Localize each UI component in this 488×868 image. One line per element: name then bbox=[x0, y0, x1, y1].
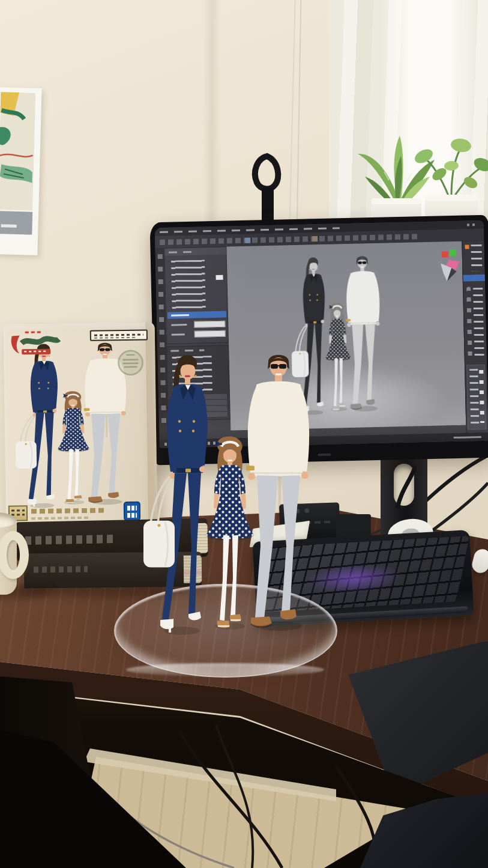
box-blue-logo bbox=[124, 502, 140, 521]
dock-icon-circles bbox=[466, 287, 472, 359]
property-value-box bbox=[216, 275, 223, 280]
app-properties-panel bbox=[164, 247, 229, 344]
app-right-dock bbox=[462, 241, 488, 433]
field-input bbox=[194, 321, 225, 328]
book-spine-title-illegible bbox=[25, 535, 115, 545]
acrylic-disc-rim-highlight bbox=[126, 663, 324, 676]
blue-logo-glyph bbox=[127, 506, 137, 511]
figure-box bbox=[4, 322, 158, 532]
dock-labels-illegible bbox=[473, 288, 484, 357]
plant-leaves bbox=[413, 138, 488, 197]
red-swatch bbox=[442, 251, 448, 257]
selected-row-highlight bbox=[167, 311, 226, 319]
sub-panel-rows-illegible bbox=[469, 369, 479, 424]
dock-rows-illegible bbox=[471, 244, 482, 271]
green-swatch bbox=[450, 249, 456, 256]
wall-poster bbox=[0, 87, 42, 255]
property-rows-illegible bbox=[171, 259, 206, 311]
field-input bbox=[194, 330, 226, 338]
selected-row-text bbox=[171, 314, 189, 317]
poster-caption-bar bbox=[1, 224, 17, 228]
sub-panel-values bbox=[479, 370, 484, 423]
mini-logo-text-illegible bbox=[11, 509, 25, 511]
field-label bbox=[171, 324, 187, 326]
book-spine-title-illegible bbox=[34, 566, 88, 572]
poster-gray-band bbox=[0, 211, 32, 235]
stand-cable bbox=[393, 463, 417, 511]
blue-logo-glyph bbox=[127, 513, 137, 518]
info-label-text-illegible bbox=[94, 334, 143, 336]
field-label bbox=[172, 333, 185, 335]
dock-sub-panel bbox=[466, 365, 486, 430]
panel-header bbox=[164, 247, 226, 256]
nav-gizmo-icon bbox=[437, 257, 463, 285]
toolbar-icon-accent bbox=[312, 236, 318, 241]
status-text-illegible bbox=[454, 436, 481, 439]
under-desk bbox=[0, 658, 488, 868]
info-label-text-illegible bbox=[94, 337, 136, 339]
box-info-label bbox=[90, 329, 148, 341]
panel-title-illegible bbox=[169, 251, 195, 253]
window-controls bbox=[467, 223, 478, 226]
mini-logo-text-illegible bbox=[11, 514, 25, 515]
poster-art bbox=[0, 92, 35, 210]
photo-scene: A cream-walled room with a sheer-curtain… bbox=[0, 0, 488, 868]
dock-selected-row bbox=[463, 275, 486, 282]
toolbar-icon-accent bbox=[245, 238, 250, 243]
cable-loop-on-monitor bbox=[246, 151, 288, 227]
box-brand-logo bbox=[7, 328, 63, 359]
dock-icon-orange bbox=[465, 244, 469, 249]
family-figurines bbox=[139, 347, 331, 646]
